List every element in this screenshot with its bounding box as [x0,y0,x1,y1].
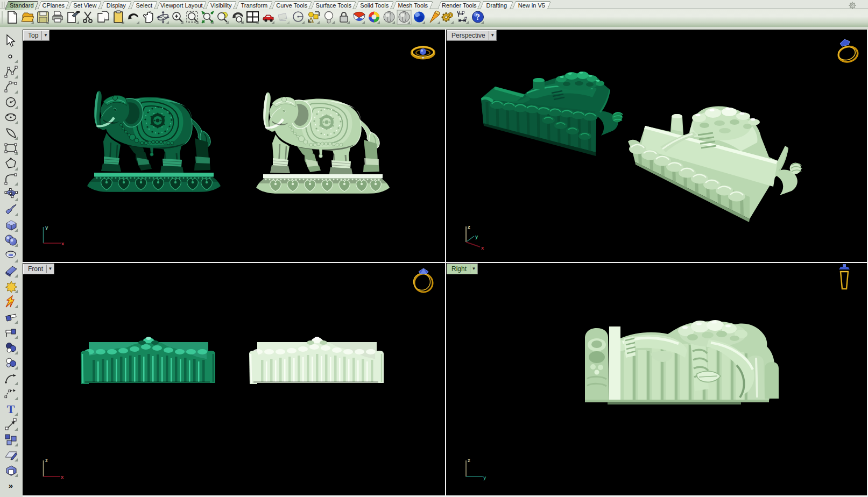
svg-text:T: T [7,402,15,416]
svg-text:y: y [483,474,486,480]
svg-text:z: z [45,457,48,463]
svg-text:x: x [61,474,64,480]
svg-text:?: ? [476,12,480,22]
svg-text:z: z [468,457,470,463]
svg-text:x: x [481,245,484,251]
svg-text:y: y [45,224,48,230]
svg-text:»: » [9,481,13,490]
svg-text:y: y [475,233,478,239]
svg-text:z: z [468,224,470,230]
svg-text:x: x [61,240,65,246]
